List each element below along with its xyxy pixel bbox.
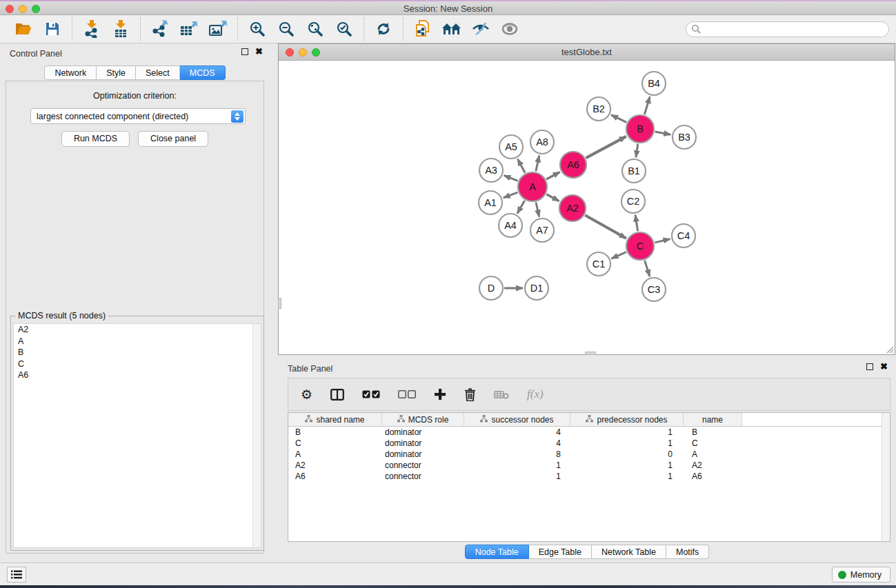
tab-network[interactable]: Network [44,65,97,80]
graph-node-label-C2: C2 [627,196,640,207]
tab-mcds[interactable]: MCDS [180,65,226,80]
column-header-shared-name[interactable]: shared name [288,413,382,426]
memory-button[interactable]: Memory [832,567,890,582]
graph-edge-A-A6[interactable] [546,172,559,179]
table-row[interactable]: Adominator80A [288,449,890,460]
network-graph[interactable]: AA1A2A3A4A5A6A7A8BB1B2B3B4CC1C2C3C4DD1 [279,61,895,355]
export-network-icon[interactable] [148,17,172,41]
graph-edge-C-C3[interactable] [645,261,650,276]
mcds-result-item[interactable]: B [14,347,261,358]
table-row[interactable]: Bdominator41B [288,427,890,438]
table-row[interactable]: Cdominator41C [288,438,890,449]
graph-edge-A-A5[interactable] [517,159,525,173]
column-header-predecessor-nodes[interactable]: predecessor nodes [570,413,684,426]
column-header-MCDS-role[interactable]: MCDS role [382,413,464,426]
graph-edge-A6-B[interactable] [586,136,626,158]
column-header-name[interactable]: name [684,413,742,426]
column-header-successor-nodes[interactable]: successor nodes [464,413,570,426]
tab-network-table[interactable]: Network Table [592,545,666,559]
task-history-list-icon[interactable] [7,567,26,582]
zoom-out-icon[interactable] [274,17,299,41]
graph-node-label-C1: C1 [593,258,606,270]
table-settings-gear-icon[interactable]: ⚙ [301,388,312,401]
control-panel-close-icon[interactable]: ✖ [255,48,263,55]
graph-edge-A-A3[interactable] [504,175,518,181]
save-session-icon[interactable] [40,17,65,41]
copy-network-icon[interactable] [410,17,435,41]
mcds-result-item[interactable]: C [14,358,261,370]
tab-motifs[interactable]: Motifs [666,545,709,559]
delete-table-icon[interactable] [494,390,509,399]
graph-edge-A-A1[interactable] [504,192,518,198]
resize-grip-icon[interactable] [885,345,894,354]
zoom-in-icon[interactable] [245,17,270,41]
graph-node-label-D1: D1 [530,283,544,294]
export-table-icon[interactable] [177,17,201,41]
network-window-titlebar[interactable]: testGlobe.txt [279,44,895,61]
zoom-selected-icon[interactable] [332,17,357,41]
import-network-icon[interactable] [79,17,104,41]
network-canvas[interactable]: AA1A2A3A4A5A6A7A8BB1B2B3B4CC1C2C3C4DD1 [279,61,895,354]
graph-node-label-A4: A4 [504,220,517,231]
graph-edge-B-B3[interactable] [655,132,671,134]
control-panel-float-icon[interactable] [241,48,248,55]
graph-edge-B-B1[interactable] [636,144,638,157]
delete-column-trash-icon[interactable] [464,388,476,401]
refresh-icon[interactable] [371,17,396,41]
panel-divider-grip[interactable] [585,352,596,355]
graph-edge-A-A2[interactable] [546,194,559,201]
table-row[interactable]: A6connector11A6 [288,471,890,482]
criterion-dropdown-value: largest connected component (directed) [37,112,188,121]
column-type-icon [397,415,405,425]
tab-edge-table[interactable]: Edge Table [529,545,592,559]
table-panel-float-icon[interactable] [866,363,873,370]
graph-edge-A-A8[interactable] [536,156,539,172]
table-row[interactable]: A2connector11A2 [288,460,890,471]
mcds-result-item[interactable]: A6 [14,369,261,381]
mcds-result-item[interactable]: A2 [14,324,261,336]
table-panel-close-icon[interactable]: ✖ [880,363,888,370]
graph-node-label-A6: A6 [567,159,579,170]
panel-divider-grip[interactable] [278,298,281,309]
graph-node-label-A1: A1 [484,197,497,208]
graph-edge-C-C2[interactable] [635,215,638,231]
close-panel-button[interactable]: Close panel [138,131,208,147]
graph-edge-C-C1[interactable] [611,252,626,258]
zoom-fit-icon[interactable] [303,17,328,41]
graph-edge-B-B4[interactable] [644,97,650,114]
open-file-icon[interactable] [11,17,36,41]
mcds-result-groupbox: MCDS result (5 nodes) A2ABCA6 [10,316,264,551]
search-input[interactable] [686,21,889,37]
table-scrollbar[interactable] [882,413,890,541]
result-list-scrollbar[interactable] [252,324,261,547]
memory-status-dot-icon [838,571,846,579]
node-table[interactable]: shared nameMCDS rolesuccessor nodesprede… [288,412,890,542]
graph-edge-A-A4[interactable] [517,201,525,214]
tab-style[interactable]: Style [97,65,136,80]
graph-node-label-C: C [637,241,644,252]
column-view-icon[interactable] [330,389,344,401]
control-panel-title: Control Panel [10,49,62,59]
graph-edge-B-B2[interactable] [611,115,626,123]
home-icon[interactable] [439,17,464,41]
graph-node-label-C3: C3 [648,284,661,295]
select-all-columns-icon[interactable] [362,390,380,398]
show-selected-eye-icon[interactable] [497,17,522,41]
function-builder-icon[interactable]: f(x) [527,387,544,401]
tab-select[interactable]: Select [136,65,180,80]
add-column-icon[interactable] [434,388,446,401]
mcds-result-list[interactable]: A2ABCA6 [13,323,261,548]
import-table-icon[interactable] [108,17,133,41]
export-image-icon[interactable] [206,17,230,41]
hide-selected-eye-icon[interactable] [468,17,493,41]
criterion-dropdown[interactable]: largest connected component (directed) [30,108,246,124]
graph-edge-A-A7[interactable] [536,202,539,216]
run-mcds-button[interactable]: Run MCDS [61,131,130,147]
deselect-all-columns-icon[interactable] [398,390,416,398]
graph-edge-C-C4[interactable] [655,239,670,243]
mcds-result-item[interactable]: A [14,336,261,347]
tab-node-table[interactable]: Node Table [465,545,529,559]
mcds-panel: Optimization criterion: largest connecte… [6,81,264,554]
main-titlebar[interactable]: Session: New Session [0,1,896,15]
graph-edge-A2-C[interactable] [585,215,626,238]
